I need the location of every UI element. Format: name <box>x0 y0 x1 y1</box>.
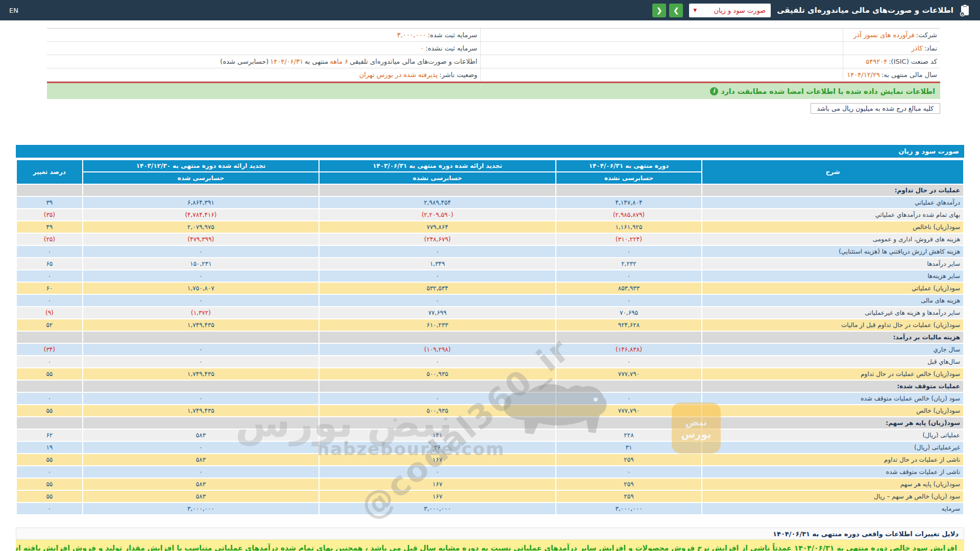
value-change-percent: ۵۵ <box>17 368 82 380</box>
table-row: سال‌هاي قبل۰۰۰۰ <box>17 356 963 367</box>
value-prior-period: ۰ <box>320 466 555 478</box>
next-statement-button[interactable]: ❯ <box>669 4 683 17</box>
value-prior-period: ۱۶۷ <box>320 454 555 465</box>
amounts-unit-note: کلیه مبالغ درج شده به میلیون ریال می باش… <box>811 103 940 114</box>
row-label: غیرعملیاتی (ریال) <box>702 442 963 453</box>
value-change-percent: ۶۵ <box>17 258 82 269</box>
company-info-row: کد صنعت (ISIC): ۵۴۹۲۰۴ اطلاعات و صورت‌ها… <box>47 55 940 68</box>
row-label: درآمدهاي عملياتي <box>702 197 963 208</box>
value-prior-period <box>320 332 555 343</box>
pager-buttons: ❯ ❮ <box>652 4 683 17</box>
info-value: ۱۴۰۴/۰۶/۳۱ <box>268 58 305 65</box>
row-label: هزینه کاهش ارزش دریافتني ها (هزینه استثن… <box>702 246 963 257</box>
info-value: فرآورده های نسوز آذر <box>852 31 916 39</box>
value-prior-period: ۵۳۲,۵۳۴ <box>320 283 555 294</box>
info-value: ۰ <box>419 44 426 52</box>
info-value: پذیرفته شده در بورس تهران <box>358 71 439 79</box>
value-prior-year: ۶,۸۶۴,۳۹۱ <box>83 197 319 208</box>
reasons-marquee-text: افزایش سود خالص دوره منتهی به ۱۴۰۴/۰۶/۳۱… <box>16 544 957 551</box>
value-prior-year: ۰ <box>83 466 319 478</box>
value-prior-period <box>320 381 555 392</box>
value-prior-year: ۱۵۰,۲۳۱ <box>83 258 319 269</box>
info-value: ۱۴۰۴/۱۲/۲۹ <box>845 71 881 79</box>
language-toggle-en[interactable]: EN <box>9 7 18 14</box>
row-label: سود (زیان) خالص هر سهم – ریال <box>702 491 963 502</box>
row-label: سود(زیان) خالص عملیات در حال تداوم <box>702 368 963 380</box>
value-prior-period: ۵۰۰,۹۳۵ <box>320 405 555 416</box>
value-prior-period: ۲۶ <box>320 442 555 453</box>
value-change-percent: ۶۰ <box>17 283 82 294</box>
value-change-percent <box>17 332 82 343</box>
value-prior-year: ۵۸۳ <box>83 491 319 502</box>
value-prior-year: (۱,۳۷۲) <box>83 307 319 318</box>
value-change-percent: ۰ <box>17 270 82 282</box>
row-label: سود(زیان) خالص <box>702 405 963 416</box>
table-title: صورت سود و زیان <box>16 145 964 158</box>
row-label: هزینه مالیات بر درآمد: <box>702 332 963 343</box>
value-change-percent: ۴۹ <box>17 221 82 233</box>
row-label: سال‌هاي قبل <box>702 356 963 367</box>
table-row: عملیاتی (ریال)۲۲۸۱۴۱۵۸۳۶۲ <box>17 430 963 441</box>
row-label: سایر درآمدها <box>702 258 963 269</box>
row-label: سود(زیان) پایه هر سهم: <box>702 417 963 429</box>
info-label: منتهی به <box>305 58 328 65</box>
table-row: سرمایه۳,۰۰۰,۰۰۰۳,۰۰۰,۰۰۰۳,۰۰۰,۰۰۰۰ <box>17 503 963 514</box>
value-prior-year: ۱,۷۴۹,۴۳۵ <box>83 319 319 331</box>
value-prior-year: ۱,۷۵۰,۸۰۷ <box>83 283 319 294</box>
value-current-period: ۲۵۹ <box>556 454 702 465</box>
value-change-percent: ۳۹ <box>17 197 82 208</box>
value-prior-year: (۴,۷۸۴,۴۱۶) <box>83 209 319 220</box>
table-row: سود(زیان) خالص۷۷۷,۷۹۰۵۰۰,۹۳۵۱,۷۴۹,۴۳۵۵۵ <box>17 405 963 416</box>
value-prior-year: ۱,۷۴۹,۴۳۵ <box>83 405 319 416</box>
company-info-cell-left: وضعیت ناشر: پذیرفته شده در بورس تهران <box>47 68 480 81</box>
table-row: هزینه کاهش ارزش دریافتني ها (هزینه استثن… <box>17 246 963 257</box>
value-current-period: ۰ <box>556 295 702 306</box>
previous-statement-button[interactable]: ❮ <box>652 4 666 17</box>
table-row: ناشی از عملیات در حال تداوم۲۵۹۱۶۷۵۸۳۵۵ <box>17 454 963 465</box>
value-prior-year: ۲,۰۷۹,۹۷۵ <box>83 221 319 233</box>
value-change-percent: ۵۵ <box>17 479 82 490</box>
page-title: اطلاعات و صورت‌های مالی میاندوره‌ای تلفی… <box>777 6 953 15</box>
info-label: وضعیت ناشر: <box>439 71 477 79</box>
section-row: هزینه مالیات بر درآمد: <box>17 332 963 343</box>
value-current-period: ۳۱ <box>556 442 702 453</box>
row-label: سود(زیان) ناخالص <box>702 221 963 233</box>
value-current-period: ۹۲۴,۶۲۸ <box>556 319 702 331</box>
row-label: بهای تمام شده درآمدهاي عملياتي <box>702 209 963 220</box>
section-row: عملیات متوقف شده: <box>17 381 963 392</box>
statement-select[interactable]: صورت سود و زیان ▼ <box>689 4 771 17</box>
table-header: شرح دوره منتهی به ۱۴۰۴/۰۶/۳۱ تجدید ارائه… <box>17 160 963 184</box>
row-label: سایر درآمدها و هزینه های غیرعملیاتی <box>702 307 963 318</box>
value-current-period: ۷۷۷,۷۹۰ <box>556 405 702 416</box>
row-label: سال جاري <box>702 344 963 355</box>
value-prior-period <box>320 185 555 196</box>
value-prior-period: ۰ <box>320 393 555 404</box>
value-current-period: ۷۰,۶۹۵ <box>556 307 702 318</box>
table-row: هزینه های فروش، اداری و عمومی(۳۱۰,۲۲۴)(۲… <box>17 234 963 245</box>
row-label: هزینه های فروش، اداری و عمومی <box>702 234 963 245</box>
value-current-period: (۲,۹۸۵,۸۷۹) <box>556 209 702 220</box>
value-prior-period: ۲,۹۸۹,۴۵۴ <box>320 197 555 208</box>
value-prior-period: ۰ <box>320 246 555 257</box>
value-change-percent <box>17 417 82 429</box>
company-info-row: شرکت: فرآورده های نسوز آذر سرمایه ثبت شد… <box>47 29 940 42</box>
value-current-period: ۱,۱۶۱,۹۲۵ <box>556 221 702 233</box>
value-prior-period: ۱۶۷ <box>320 479 555 490</box>
column-subheader-year: حسابرسی شده <box>83 172 319 184</box>
value-change-percent: ۰ <box>17 246 82 257</box>
row-label: سایر هزینه‌ها <box>702 270 963 282</box>
value-prior-year: ۳,۰۰۰,۰۰۰ <box>83 503 319 514</box>
row-label: عملیاتی (ریال) <box>702 430 963 441</box>
row-label: عملیات متوقف شده: <box>702 381 963 392</box>
row-label: ناشی از عملیات متوقف شده <box>702 466 963 478</box>
row-label: ناشی از عملیات در حال تداوم <box>702 454 963 465</box>
value-change-percent: ۵۵ <box>17 405 82 416</box>
statement-select-value: صورت سود و زیان <box>714 7 766 14</box>
company-info-cell-left: سرمایه ثبت شده: ۳,۰۰۰,۰۰۰ <box>47 29 480 41</box>
profit-loss-table: شرح دوره منتهی به ۱۴۰۴/۰۶/۳۱ تجدید ارائه… <box>16 159 964 515</box>
value-change-percent: ۱۹ <box>17 442 82 453</box>
section-row: سود(زیان) پایه هر سهم: <box>17 417 963 429</box>
table-row: سود(زیان) خالص عملیات در حال تداوم۷۷۷,۷۹… <box>17 368 963 380</box>
value-change-percent: ۶۲ <box>17 430 82 441</box>
value-current-period: (۳۱۰,۲۲۴) <box>556 234 702 245</box>
